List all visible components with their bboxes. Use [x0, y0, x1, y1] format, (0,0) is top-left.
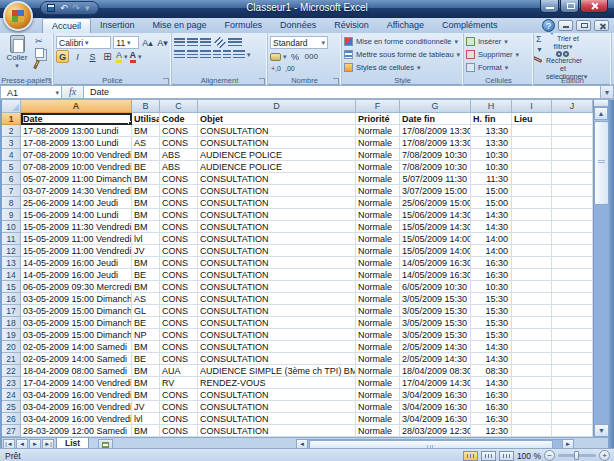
scroll-down-icon[interactable]: ▼ [594, 424, 609, 437]
cell[interactable] [552, 353, 593, 365]
cell[interactable]: BM [132, 149, 160, 161]
cell[interactable] [552, 137, 593, 149]
workbook-restore-button[interactable] [576, 20, 591, 31]
cell[interactable]: 14/05/2009 16:30 [400, 257, 471, 269]
cell[interactable]: Normale [356, 209, 400, 221]
tab-affichage[interactable]: Affichage [378, 18, 433, 33]
cell[interactable]: 15-05-2009 11:00 Vendredi [21, 233, 132, 245]
cell[interactable]: CONSULTATION [198, 209, 356, 221]
cell[interactable]: CONSULTATION [198, 317, 356, 329]
cell[interactable]: 10:30 [471, 281, 512, 293]
zoom-level[interactable]: 100 % [517, 451, 541, 461]
dialog-launcher-icon[interactable] [163, 78, 169, 84]
align-middle-icon[interactable] [187, 38, 198, 47]
cell[interactable]: CONSULTATION [198, 425, 356, 437]
column-header-G[interactable]: G [400, 100, 471, 113]
cell[interactable]: 02-05-2009 14:00 Samedi [21, 341, 132, 353]
font-name-combo[interactable]: Calibri▾ [56, 36, 111, 49]
cell[interactable]: 14-05-2009 16:00 Jeudi [21, 269, 132, 281]
sort-filter-button[interactable]: Trier et filtrer▾ [546, 35, 580, 51]
header-cell[interactable] [552, 113, 593, 125]
row-header-18[interactable]: 18 [2, 317, 21, 329]
cell[interactable] [552, 197, 593, 209]
cell[interactable] [552, 293, 593, 305]
cell[interactable]: CONS [160, 137, 198, 149]
row-header-15[interactable]: 15 [2, 281, 21, 293]
cell[interactable]: CONS [160, 281, 198, 293]
cell[interactable] [552, 425, 593, 437]
expand-formula-bar-icon[interactable]: ▼ [601, 85, 614, 99]
cell[interactable]: CONS [160, 353, 198, 365]
column-header-F[interactable]: F [356, 100, 400, 113]
row-header-10[interactable]: 10 [2, 221, 21, 233]
cell[interactable]: CONS [160, 209, 198, 221]
row-header-19[interactable]: 19 [2, 329, 21, 341]
cell[interactable] [512, 365, 552, 377]
cell[interactable]: CONS [160, 341, 198, 353]
column-header-J[interactable]: J [552, 100, 593, 113]
cell[interactable] [512, 173, 552, 185]
workbook-close-button[interactable] [594, 20, 609, 31]
column-header-A[interactable]: A [21, 100, 132, 113]
select-all-corner[interactable] [2, 100, 21, 113]
page-break-view-button[interactable] [499, 451, 514, 461]
comma-style-button[interactable]: 000 [304, 51, 319, 62]
normal-view-button[interactable] [463, 451, 478, 461]
header-cell[interactable]: Date fin [400, 113, 471, 125]
restore-button[interactable] [560, 0, 579, 13]
insert-function-button[interactable]: fx [62, 85, 84, 99]
column-header-H[interactable]: H [471, 100, 512, 113]
row-header-11[interactable]: 11 [2, 233, 21, 245]
cell[interactable]: AUDIENCE POLICE [198, 149, 356, 161]
cell[interactable]: BM [132, 209, 160, 221]
zoom-slider[interactable] [558, 454, 596, 457]
dialog-launcher-icon[interactable] [259, 78, 265, 84]
cell[interactable]: 15/06/2009 14:30 [400, 209, 471, 221]
cell[interactable]: BM [132, 341, 160, 353]
cell[interactable] [552, 149, 593, 161]
align-center-icon[interactable] [187, 50, 198, 59]
column-header-B[interactable]: B [132, 100, 160, 113]
cell[interactable]: BE [132, 317, 160, 329]
cell[interactable]: 7/08/2009 10:30 [400, 149, 471, 161]
cell[interactable]: 17/08/2009 13:30 [400, 125, 471, 137]
cell[interactable]: 10:30 [471, 149, 512, 161]
cell[interactable]: CONS [160, 173, 198, 185]
cell[interactable]: 13:30 [471, 125, 512, 137]
cell[interactable]: RENDEZ-VOUS [198, 377, 356, 389]
align-right-icon[interactable] [200, 50, 211, 59]
cell[interactable]: BM [132, 281, 160, 293]
cell[interactable]: 28-03-2009 12:00 Samedi [21, 425, 132, 437]
cell[interactable] [552, 173, 593, 185]
cell[interactable]: Normale [356, 353, 400, 365]
font-color-icon[interactable]: A [130, 51, 137, 63]
cell[interactable]: CONSULTATION [198, 293, 356, 305]
cell[interactable]: CONSULTATION [198, 257, 356, 269]
row-header-9[interactable]: 9 [2, 209, 21, 221]
cell[interactable]: Normale [356, 389, 400, 401]
cell[interactable]: 6/05/2009 10:30 [400, 281, 471, 293]
cell[interactable]: 03-04-2009 16:00 Vendredi [21, 389, 132, 401]
dialog-launcher-icon[interactable] [45, 78, 51, 84]
row-header-2[interactable]: 2 [2, 125, 21, 137]
cell[interactable]: 15/05/2009 14:30 [400, 221, 471, 233]
cell[interactable]: JV [132, 401, 160, 413]
zoom-in-button[interactable]: + [599, 450, 610, 461]
zoom-slider-thumb[interactable] [574, 451, 579, 460]
font-size-combo[interactable]: 11▾ [113, 36, 139, 49]
cell[interactable]: 2/05/2009 14:30 [400, 341, 471, 353]
cell[interactable]: ABS [160, 161, 198, 173]
cell[interactable] [552, 401, 593, 413]
cell[interactable]: 15:30 [471, 305, 512, 317]
cell[interactable] [512, 149, 552, 161]
row-header-5[interactable]: 5 [2, 161, 21, 173]
formula-input[interactable]: Date [84, 85, 601, 99]
cell[interactable]: 15:00 [471, 197, 512, 209]
vertical-scroll-thumb[interactable] [594, 121, 609, 205]
cell[interactable] [552, 257, 593, 269]
row-header-20[interactable]: 20 [2, 341, 21, 353]
cell[interactable] [552, 329, 593, 341]
cell[interactable]: BM [132, 257, 160, 269]
wrap-text-icon[interactable] [228, 38, 242, 47]
tab-mise-en-page[interactable]: Mise en page [144, 18, 216, 33]
